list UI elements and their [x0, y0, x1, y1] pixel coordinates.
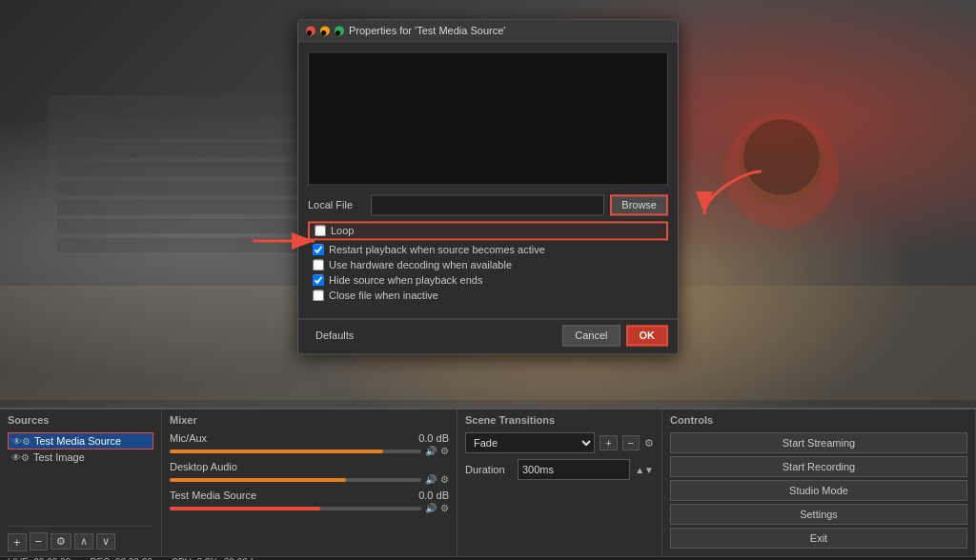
- start-recording-button[interactable]: Start Recording: [670, 456, 967, 477]
- mixer-micaux-header: Mic/Aux 0.0 dB: [170, 432, 449, 444]
- svg-rect-1: [57, 105, 305, 119]
- hardware-checkbox[interactable]: [313, 259, 324, 270]
- svg-rect-6: [57, 200, 305, 214]
- restart-checkbox[interactable]: [313, 244, 324, 255]
- mixer-micaux: Mic/Aux 0.0 dB 🔊 ⚙: [170, 432, 449, 456]
- transitions-section: Scene Transitions Fade + − ⚙ Duration ▲▼: [458, 410, 662, 556]
- source-item-image[interactable]: 👁⚙ Test Image: [8, 450, 153, 465]
- local-file-label: Local File: [308, 199, 365, 210]
- transition-add-btn[interactable]: +: [600, 435, 617, 450]
- mixer-mediasrc-mute[interactable]: 🔊: [425, 503, 437, 513]
- hardware-label: Use hardware decoding when available: [329, 259, 512, 270]
- sources-section: Sources 👁⚙ Test Media Source 👁⚙ Test Ima…: [0, 410, 162, 556]
- close-checkbox[interactable]: [313, 290, 324, 301]
- mixer-mediasrc-gear[interactable]: ⚙: [440, 503, 449, 513]
- source-eye-icon: 👁⚙: [12, 436, 30, 447]
- source-item-media[interactable]: 👁⚙ Test Media Source: [8, 432, 153, 450]
- transitions-title: Scene Transitions: [465, 414, 654, 428]
- mixer-micaux-slider[interactable]: [170, 450, 421, 453]
- hide-label: Hide source when playback ends: [329, 274, 482, 286]
- bottom-panel: Sources 👁⚙ Test Media Source 👁⚙ Test Ima…: [0, 408, 976, 560]
- transition-duration-arrow: ▲▼: [635, 465, 654, 475]
- mixer-desktop-gear[interactable]: ⚙: [440, 474, 449, 485]
- video-preview: [308, 51, 668, 185]
- hide-checkbox[interactable]: [313, 274, 324, 286]
- remove-source-button[interactable]: −: [30, 532, 49, 550]
- transition-duration-input[interactable]: [518, 459, 630, 480]
- mixer-mediasrc-slider[interactable]: [170, 507, 421, 510]
- sources-toolbar: + − ⚙ ∧ ∨: [8, 526, 153, 551]
- browse-button[interactable]: Browse: [610, 194, 668, 215]
- mixer-desktop-mute[interactable]: 🔊: [425, 474, 437, 485]
- local-file-input[interactable]: [371, 194, 604, 215]
- cancel-button[interactable]: Cancel: [562, 325, 620, 346]
- mixer-desktop-header: Desktop Audio: [170, 461, 449, 472]
- dialog-close-dot[interactable]: ●: [306, 26, 315, 35]
- source-name-media: Test Media Source: [34, 435, 121, 447]
- svg-rect-8: [57, 238, 305, 252]
- add-source-button[interactable]: +: [8, 533, 27, 551]
- sources-title: Sources: [8, 414, 153, 428]
- source-eye-icon-2: 👁⚙: [11, 452, 30, 463]
- transition-duration-row: Duration ▲▼: [465, 459, 654, 480]
- svg-rect-4: [57, 162, 305, 176]
- source-up-button[interactable]: ∧: [74, 533, 93, 550]
- svg-rect-12: [820, 167, 839, 195]
- loop-row: Loop: [308, 221, 668, 240]
- properties-dialog: ● ● ● Properties for 'Test Media Source'…: [297, 19, 679, 354]
- preview-area: ● ● ● Properties for 'Test Media Source'…: [0, 0, 976, 408]
- transition-type-select[interactable]: Fade: [465, 432, 595, 453]
- settings-button[interactable]: Settings: [670, 504, 967, 525]
- sources-list: 👁⚙ Test Media Source 👁⚙ Test Image: [8, 432, 153, 523]
- start-streaming-button[interactable]: Start Streaming: [670, 432, 967, 453]
- mixer-desktop-slider[interactable]: [170, 478, 421, 482]
- hardware-row: Use hardware decoding when available: [308, 259, 668, 270]
- mixer-micaux-gear[interactable]: ⚙: [440, 446, 449, 456]
- dialog-body: Local File Browse Loop Restart playback …: [298, 42, 678, 314]
- mixer-section: Mixer Mic/Aux 0.0 dB 🔊 ⚙: [162, 410, 458, 556]
- svg-rect-7: [57, 219, 305, 233]
- status-bar: LIVE: 00:00:00 REC: 00:00:00 CPU: 2.2%, …: [0, 556, 976, 560]
- dialog-title: Properties for 'Test Media Source': [349, 25, 505, 36]
- mixer-desktop-name: Desktop Audio: [170, 461, 237, 472]
- mixer-mediasrc: Test Media Source 0.0 dB 🔊 ⚙: [170, 490, 449, 513]
- ok-button[interactable]: OK: [626, 325, 669, 346]
- hide-row: Hide source when playback ends: [308, 274, 668, 286]
- dialog-footer: Defaults Cancel OK: [298, 318, 678, 353]
- mixer-micaux-name: Mic/Aux: [170, 432, 207, 444]
- restart-label: Restart playback when source becomes act…: [329, 244, 545, 255]
- transition-type-row: Fade + − ⚙: [465, 432, 654, 453]
- local-file-row: Local File Browse: [308, 194, 668, 215]
- mixer-desktop-slider-row: 🔊 ⚙: [170, 474, 449, 485]
- mixer-mediasrc-db: 0.0 dB: [418, 490, 449, 501]
- mixer-micaux-mute[interactable]: 🔊: [425, 446, 437, 456]
- defaults-button[interactable]: Defaults: [308, 327, 361, 344]
- mixer-mediasrc-header: Test Media Source 0.0 dB: [170, 490, 449, 501]
- source-down-button[interactable]: ∨: [96, 533, 115, 550]
- mixer-micaux-db: 0.0 dB: [418, 432, 449, 444]
- dialog-minimize-dot[interactable]: ●: [320, 26, 330, 35]
- mixer-micaux-slider-row: 🔊 ⚙: [170, 446, 449, 456]
- source-gear-button[interactable]: ⚙: [51, 533, 71, 550]
- obs-main: ● ● ● Properties for 'Test Media Source'…: [0, 0, 976, 560]
- footer-buttons: Cancel OK: [562, 325, 668, 346]
- dialog-maximize-dot[interactable]: ●: [335, 26, 344, 35]
- bottom-sections: Sources 👁⚙ Test Media Source 👁⚙ Test Ima…: [0, 410, 976, 556]
- mixer-mediasrc-name: Test Media Source: [170, 490, 256, 501]
- studio-mode-button[interactable]: Studio Mode: [670, 480, 967, 501]
- controls-title: Controls: [670, 414, 967, 428]
- svg-rect-2: [57, 124, 305, 138]
- mixer-title: Mixer: [170, 414, 449, 428]
- controls-section: Controls Start Streaming Start Recording…: [662, 410, 976, 556]
- exit-button[interactable]: Exit: [670, 528, 967, 549]
- svg-point-11: [743, 119, 820, 195]
- loop-checkbox[interactable]: [315, 225, 326, 236]
- transition-duration-label: Duration: [465, 464, 513, 475]
- transition-gear-icon[interactable]: ⚙: [644, 437, 654, 450]
- close-label: Close file when inactive: [329, 290, 438, 301]
- mixer-desktop: Desktop Audio 🔊 ⚙: [170, 461, 449, 485]
- close-row: Close file when inactive: [308, 290, 668, 301]
- svg-rect-3: [57, 143, 305, 157]
- dialog-titlebar: ● ● ● Properties for 'Test Media Source': [298, 20, 678, 42]
- transition-remove-btn[interactable]: −: [622, 435, 640, 450]
